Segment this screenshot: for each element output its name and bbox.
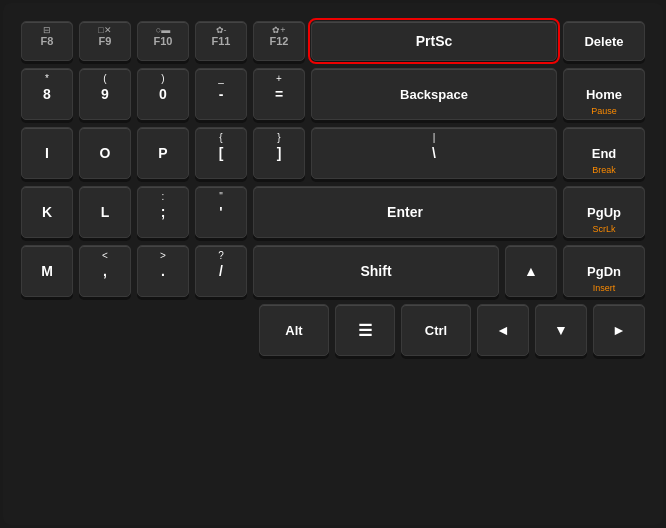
key-ctrl-right[interactable]: Ctrl bbox=[401, 304, 471, 356]
key-f11[interactable]: ✿- F11 bbox=[195, 21, 247, 61]
key-o-main: O bbox=[100, 145, 111, 161]
f11-label: F11 bbox=[212, 35, 231, 47]
key-f8[interactable]: ⊟ F8 bbox=[21, 21, 73, 61]
f12-label: F12 bbox=[270, 35, 289, 47]
key-slash[interactable]: ? / bbox=[195, 245, 247, 297]
key-pgdn[interactable]: PgDn Insert bbox=[563, 245, 645, 297]
key-0[interactable]: ) 0 bbox=[137, 68, 189, 120]
key-comma-top: < bbox=[102, 250, 108, 261]
key-lbracket-top: { bbox=[219, 132, 222, 143]
f8-label: F8 bbox=[41, 35, 54, 47]
key-prtsc[interactable]: PrtSc bbox=[311, 21, 557, 61]
key-9-top: ( bbox=[103, 73, 106, 84]
key-lbracket-main: [ bbox=[219, 145, 224, 161]
f9-label: F9 bbox=[99, 35, 112, 47]
key-equals[interactable]: + = bbox=[253, 68, 305, 120]
f9-fn-icon: □✕ bbox=[98, 25, 111, 35]
key-backslash-main: \ bbox=[432, 145, 436, 161]
key-backslash[interactable]: | \ bbox=[311, 127, 557, 179]
key-0-main: 0 bbox=[159, 86, 167, 102]
key-pgdn-main: PgDn bbox=[587, 264, 621, 279]
key-home-main: Home bbox=[586, 87, 622, 102]
key-k-main: K bbox=[42, 204, 52, 220]
key-f10[interactable]: ○▬ F10 bbox=[137, 21, 189, 61]
bottom-row: Alt ☰ Ctrl ◄ ▼ ► bbox=[21, 304, 645, 356]
key-pgup[interactable]: PgUp ScrLk bbox=[563, 186, 645, 238]
key-f12[interactable]: ✿+ F12 bbox=[253, 21, 305, 61]
key-period[interactable]: > . bbox=[137, 245, 189, 297]
key-9[interactable]: ( 9 bbox=[79, 68, 131, 120]
key-8[interactable]: * 8 bbox=[21, 68, 73, 120]
prtsc-label: PrtSc bbox=[416, 33, 453, 49]
key-equals-main: = bbox=[275, 86, 283, 102]
key-ctrl-main: Ctrl bbox=[425, 323, 447, 338]
key-break-orange: Break bbox=[592, 165, 616, 175]
key-lbracket[interactable]: { [ bbox=[195, 127, 247, 179]
key-quote-top: " bbox=[219, 191, 223, 202]
key-alt[interactable]: Alt bbox=[259, 304, 329, 356]
kl-row: K L : ; " ' Enter PgUp ScrLk bbox=[21, 186, 645, 238]
f11-fn-icon: ✿- bbox=[216, 25, 227, 35]
key-end-break[interactable]: End Break bbox=[563, 127, 645, 179]
key-left[interactable]: ◄ bbox=[477, 304, 529, 356]
key-comma-main: , bbox=[103, 263, 107, 279]
f12-fn-icon: ✿+ bbox=[272, 25, 285, 35]
key-insert-orange: Insert bbox=[593, 283, 616, 293]
key-f9[interactable]: □✕ F9 bbox=[79, 21, 131, 61]
key-shift-right[interactable]: Shift bbox=[253, 245, 499, 297]
key-k[interactable]: K bbox=[21, 186, 73, 238]
key-rbracket-top: } bbox=[277, 132, 280, 143]
keyboard: ⊟ F8 □✕ F9 ○▬ F10 ✿- F11 ✿+ F12 PrtSc De… bbox=[3, 3, 663, 525]
key-semicolon[interactable]: : ; bbox=[137, 186, 189, 238]
key-m-main: M bbox=[41, 263, 53, 279]
key-minus[interactable]: _ - bbox=[195, 68, 247, 120]
key-0-top: ) bbox=[161, 73, 164, 84]
key-8-main: 8 bbox=[43, 86, 51, 102]
key-i-main: I bbox=[45, 145, 49, 161]
key-right[interactable]: ► bbox=[593, 304, 645, 356]
key-rbracket[interactable]: } ] bbox=[253, 127, 305, 179]
f8-fn-icon: ⊟ bbox=[43, 25, 51, 35]
key-backspace-main: Backspace bbox=[400, 87, 468, 102]
key-p[interactable]: P bbox=[137, 127, 189, 179]
m-row: M < , > . ? / Shift ▲ PgDn Insert bbox=[21, 245, 645, 297]
key-slash-main: / bbox=[219, 263, 223, 279]
key-scrlk-orange: ScrLk bbox=[592, 224, 615, 234]
key-alt-main: Alt bbox=[285, 323, 302, 338]
key-semicolon-top: : bbox=[162, 191, 165, 202]
key-l-main: L bbox=[101, 204, 110, 220]
key-8-top: * bbox=[45, 73, 49, 84]
key-enter[interactable]: Enter bbox=[253, 186, 557, 238]
key-quote[interactable]: " ' bbox=[195, 186, 247, 238]
key-minus-top: _ bbox=[218, 73, 224, 84]
key-o[interactable]: O bbox=[79, 127, 131, 179]
key-up[interactable]: ▲ bbox=[505, 245, 557, 297]
key-equals-top: + bbox=[276, 73, 282, 84]
key-l[interactable]: L bbox=[79, 186, 131, 238]
delete-label: Delete bbox=[584, 34, 623, 49]
iop-row: I O P { [ } ] | \ End Break bbox=[21, 127, 645, 179]
key-semicolon-main: ; bbox=[161, 204, 166, 220]
key-menu-main: ☰ bbox=[358, 321, 372, 340]
key-slash-top: ? bbox=[218, 250, 224, 261]
key-comma[interactable]: < , bbox=[79, 245, 131, 297]
key-backslash-top: | bbox=[433, 132, 436, 143]
key-menu[interactable]: ☰ bbox=[335, 304, 395, 356]
key-shift-main: Shift bbox=[360, 263, 391, 279]
key-rbracket-main: ] bbox=[277, 145, 282, 161]
key-home[interactable]: Home Pause bbox=[563, 68, 645, 120]
key-down[interactable]: ▼ bbox=[535, 304, 587, 356]
key-enter-main: Enter bbox=[387, 204, 423, 220]
key-backspace[interactable]: Backspace bbox=[311, 68, 557, 120]
key-down-main: ▼ bbox=[554, 322, 568, 338]
key-end-main: End bbox=[592, 146, 617, 161]
key-delete[interactable]: Delete bbox=[563, 21, 645, 61]
key-i[interactable]: I bbox=[21, 127, 73, 179]
key-m[interactable]: M bbox=[21, 245, 73, 297]
number-row: * 8 ( 9 ) 0 _ - + = Backspace Home Pause bbox=[21, 68, 645, 120]
key-right-main: ► bbox=[612, 322, 626, 338]
key-up-main: ▲ bbox=[524, 263, 538, 279]
key-9-main: 9 bbox=[101, 86, 109, 102]
f10-fn-icon: ○▬ bbox=[156, 25, 170, 35]
key-p-main: P bbox=[158, 145, 167, 161]
